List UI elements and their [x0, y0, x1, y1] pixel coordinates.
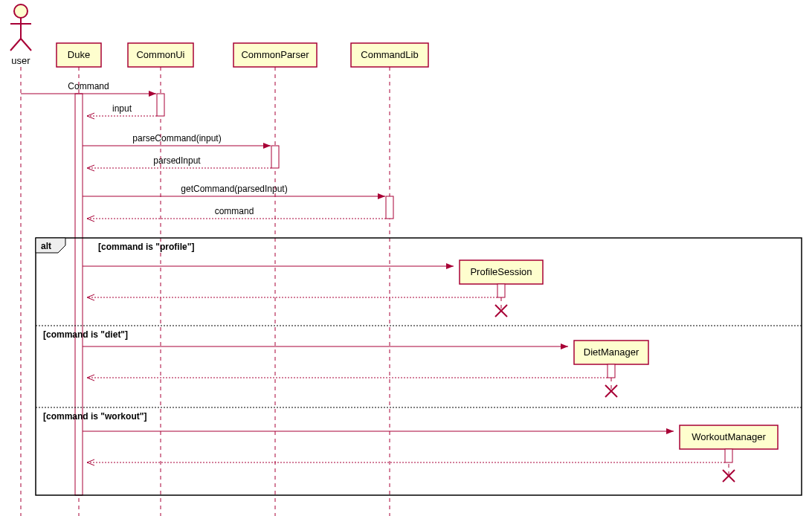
- msg-getcommand: getCommand(parsedInput): [181, 184, 287, 194]
- actor-user: user: [10, 4, 31, 66]
- arrow-icon: [446, 263, 454, 269]
- arrow-icon: [666, 428, 674, 434]
- svg-line-3: [10, 39, 21, 51]
- activation-profile: [497, 284, 505, 297]
- participant-duke: Duke: [57, 43, 101, 67]
- participant-profilesession-label: ProfileSession: [470, 266, 532, 277]
- participant-dietmanager: DietManager: [574, 341, 648, 364]
- arrow-icon: [378, 193, 385, 199]
- participant-workoutmanager-label: WorkoutManager: [692, 431, 766, 442]
- participant-commonparser-label: CommonParser: [241, 49, 309, 60]
- arrow-icon: [263, 143, 271, 149]
- alt-guard-1: [command is "profile"]: [98, 242, 194, 252]
- msg-parsedinput: parsedInput: [153, 155, 201, 166]
- alt-frame: [36, 238, 802, 495]
- activation-commandlib: [386, 196, 393, 219]
- svg-point-0: [14, 4, 28, 18]
- arrow-open-icon: [87, 375, 94, 381]
- alt-guard-2: [command is "diet"]: [43, 329, 128, 340]
- participant-commonui-label: CommonUi: [136, 49, 184, 60]
- arrow-icon: [149, 91, 156, 97]
- msg-command: Command: [68, 81, 109, 91]
- participant-dietmanager-label: DietManager: [584, 346, 639, 358]
- msg-commandret: command: [215, 206, 254, 216]
- participant-commonparser: CommonParser: [233, 43, 317, 67]
- arrow-icon: [561, 344, 568, 349]
- arrow-open-icon: [87, 294, 94, 300]
- activation-commonui: [157, 94, 164, 116]
- actor-label: user: [11, 55, 30, 66]
- participant-workoutmanager: WorkoutManager: [680, 425, 778, 449]
- msg-input: input: [112, 103, 132, 114]
- activation-duke: [75, 94, 83, 495]
- alt-label: alt: [41, 241, 51, 251]
- sequence-diagram: user Duke CommonUi CommonParser CommandL…: [0, 0, 812, 516]
- participant-profilesession: ProfileSession: [460, 260, 543, 284]
- participant-commonui: CommonUi: [128, 43, 193, 67]
- arrow-open-icon: [87, 165, 94, 171]
- svg-line-4: [21, 39, 31, 51]
- participant-commandlib-label: CommandLib: [361, 49, 418, 60]
- alt-guard-3: [command is "workout"]: [43, 411, 146, 422]
- activation-workout: [725, 449, 732, 462]
- activation-diet: [608, 364, 615, 378]
- activation-commonparser: [271, 146, 279, 168]
- participant-commandlib: CommandLib: [351, 43, 428, 67]
- msg-parsecommand: parseCommand(input): [132, 133, 221, 143]
- participant-duke-label: Duke: [68, 49, 90, 60]
